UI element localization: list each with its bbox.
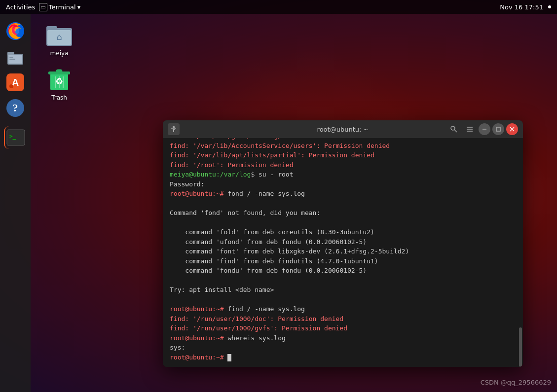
topbar-datetime: Nov 16 17:51: [500, 3, 543, 11]
terminal-line: find: '/var/lib/AccountsService/users': …: [170, 141, 516, 151]
terminal-search-button[interactable]: [447, 122, 461, 136]
terminal-line: command 'fondu' from deb fondu (0.0.2006…: [170, 266, 516, 276]
topbar-terminal-menu[interactable]: ▭ Terminal ▾: [39, 3, 80, 11]
dock-item-files[interactable]: [4, 45, 27, 68]
terminal-line: Password:: [170, 179, 516, 189]
terminal-menu-button[interactable]: [463, 122, 477, 136]
svg-rect-27: [171, 128, 176, 129]
terminal-line: root@ubuntu:~#: [170, 353, 516, 362]
svg-text:⌂: ⌂: [56, 32, 62, 42]
terminal-close-button[interactable]: [506, 123, 518, 135]
svg-line-29: [455, 130, 457, 133]
terminal-minimize-button[interactable]: [479, 123, 490, 135]
dock-item-firefox[interactable]: [4, 20, 27, 42]
desktop-icon-trash-label: Trash: [51, 94, 67, 101]
desktop-icon-meiya-label: meiya: [50, 50, 69, 57]
svg-rect-34: [496, 127, 500, 131]
dock-item-help[interactable]: ?: [4, 97, 27, 119]
watermark: CSDN @qq_29566629: [481, 379, 551, 386]
terminal-body[interactable]: find: '/var/lib/gdm3/.config/ibus': Perm…: [163, 138, 523, 367]
terminal-line: find: '/root': Permission denied: [170, 160, 516, 170]
terminal-line: meiya@ubuntu:/var/log$ su - root: [170, 170, 516, 179]
terminal-pin-icon[interactable]: [168, 123, 180, 135]
svg-point-9: [9, 84, 13, 88]
terminal-window: root@ubuntu: ~: [163, 120, 523, 367]
svg-rect-6: [9, 59, 15, 60]
dock-item-terminal[interactable]: >_: [4, 126, 27, 149]
terminal-line: command 'ufond' from deb fondu (0.0.2006…: [170, 237, 516, 247]
svg-text:?: ?: [13, 102, 18, 114]
terminal-title: root@ubuntu: ~: [317, 126, 369, 133]
terminal-line: command 'font' from deb libxgks-dev (2.6…: [170, 247, 516, 256]
topbar-indicator-dot: [548, 5, 551, 8]
svg-text:>_: >_: [9, 133, 16, 140]
terminal-line: root@ubuntu:~# find / -name sys.log: [170, 304, 516, 314]
dock-item-appcenter[interactable]: A: [4, 71, 27, 94]
topbar-left: Activities ▭ Terminal ▾: [6, 3, 80, 11]
terminal-line: command 'find' from deb findutils (4.7.0…: [170, 256, 516, 266]
terminal-line: [170, 295, 516, 305]
terminal-titlebar-left: [168, 123, 180, 135]
terminal-line: Try: apt install <deb name>: [170, 285, 516, 295]
topbar-terminal-label: Terminal: [49, 3, 76, 11]
terminal-maximize-button[interactable]: [492, 123, 504, 135]
dock: A ? >_: [0, 14, 31, 392]
desktop-icon-meiya[interactable]: ⌂ meiya: [39, 22, 79, 57]
terminal-titlebar-right: [447, 122, 518, 136]
terminal-line: [170, 199, 516, 209]
desktop-icon-trash[interactable]: ♻ Trash: [39, 67, 79, 101]
terminal-scrollbar[interactable]: [518, 138, 522, 367]
terminal-titlebar: root@ubuntu: ~: [163, 120, 523, 138]
topbar-right: Nov 16 17:51: [500, 3, 551, 11]
topbar: Activities ▭ Terminal ▾ Nov 16 17:51: [0, 0, 557, 14]
terminal-line: [170, 218, 516, 228]
desktop-icons: ⌂ meiya ♻: [39, 22, 79, 101]
topbar-terminal-arrow: ▾: [77, 3, 81, 11]
terminal-line: command 'fold' from deb coreutils (8.30-…: [170, 227, 516, 237]
terminal-line: find: '/run/user/1000/doc': Permission d…: [170, 314, 516, 324]
svg-rect-5: [9, 57, 13, 58]
terminal-line: sys:: [170, 343, 516, 353]
terminal-scrollbar-thumb: [519, 327, 522, 367]
terminal-line: Command 'fond' not found, did you mean:: [170, 208, 516, 218]
svg-point-1: [11, 27, 19, 35]
activities-button[interactable]: Activities: [6, 3, 35, 11]
terminal-line: find: '/run/user/1000/gvfs': Permission …: [170, 323, 516, 333]
terminal-line: root@ubuntu:~# fond / -name sys.log: [170, 189, 516, 199]
svg-rect-20: [56, 70, 62, 72]
terminal-line: [170, 276, 516, 285]
terminal-line: root@ubuntu:~# whereis sys.log: [170, 333, 516, 343]
svg-point-28: [451, 126, 455, 130]
terminal-line: find: '/var/lib/apt/lists/partial': Perm…: [170, 150, 516, 160]
desktop: Activities ▭ Terminal ▾ Nov 16 17:51: [0, 0, 557, 392]
